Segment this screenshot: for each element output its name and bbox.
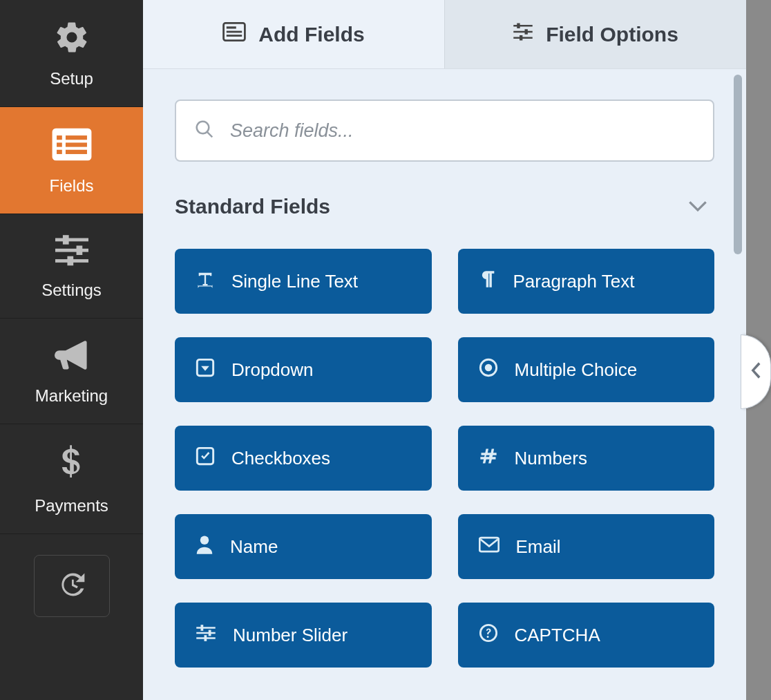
question-circle-icon xyxy=(479,623,498,647)
tab-field-options[interactable]: Field Options xyxy=(445,0,746,68)
svg-rect-7 xyxy=(55,238,88,242)
tabs: Add Fields Field Options xyxy=(143,0,746,69)
sidebar-item-setup[interactable]: Setup xyxy=(0,0,143,107)
hash-icon xyxy=(479,446,498,471)
svg-rect-16 xyxy=(227,35,242,37)
field-label: CAPTCHA xyxy=(515,625,600,646)
scrollbar[interactable] xyxy=(734,75,742,254)
svg-rect-5 xyxy=(57,150,62,154)
field-label: Dropdown xyxy=(231,359,314,381)
svg-rect-9 xyxy=(55,249,88,252)
svg-rect-12 xyxy=(67,256,73,266)
field-label: Paragraph Text xyxy=(513,271,635,292)
sliders-icon xyxy=(53,234,91,269)
svg-rect-30 xyxy=(201,625,204,631)
svg-rect-10 xyxy=(76,245,82,255)
tab-label: Add Fields xyxy=(258,23,364,46)
svg-rect-17 xyxy=(513,25,533,27)
field-multiple-choice[interactable]: Multiple Choice xyxy=(458,337,715,402)
user-icon xyxy=(196,534,213,560)
text-icon xyxy=(196,269,215,294)
field-paragraph-text[interactable]: Paragraph Text xyxy=(458,249,715,314)
chevron-left-icon xyxy=(750,361,761,382)
svg-rect-19 xyxy=(513,31,533,33)
fields-section-title: Standard Fields xyxy=(175,195,330,218)
svg-rect-8 xyxy=(62,235,68,245)
history-icon xyxy=(57,569,87,603)
revisions-button[interactable] xyxy=(34,555,110,617)
content: Standard Fields Single Line Text Para xyxy=(143,69,746,700)
field-single-line-text[interactable]: Single Line Text xyxy=(175,249,432,314)
check-square-icon xyxy=(196,446,215,471)
field-dropdown[interactable]: Dropdown xyxy=(175,337,432,402)
dollar-icon xyxy=(59,444,84,485)
envelope-icon xyxy=(479,536,499,558)
svg-rect-32 xyxy=(209,630,211,636)
sidebar-item-settings[interactable]: Settings xyxy=(0,214,143,319)
sidebar-item-marketing[interactable]: Marketing xyxy=(0,319,143,424)
chevron-down-icon xyxy=(688,198,707,215)
sidebar-item-payments[interactable]: Payments xyxy=(0,424,143,534)
dropdown-icon xyxy=(196,358,215,382)
app-shell: Setup Fields Settings Marketing Payments xyxy=(0,0,746,700)
field-numbers[interactable]: Numbers xyxy=(458,426,715,491)
tab-label: Field Options xyxy=(546,23,678,46)
field-label: Name xyxy=(230,536,278,558)
sidebar-item-label: Settings xyxy=(41,281,102,300)
sidebar-item-label: Marketing xyxy=(35,386,108,406)
field-label: Checkboxes xyxy=(231,448,330,469)
sidebar-item-label: Payments xyxy=(35,496,108,515)
field-name[interactable]: Name xyxy=(175,514,432,579)
svg-rect-15 xyxy=(227,31,242,33)
slider-icon xyxy=(196,624,216,647)
search-icon xyxy=(194,119,215,142)
svg-rect-21 xyxy=(513,37,533,39)
svg-rect-3 xyxy=(57,142,62,146)
bullhorn-icon xyxy=(53,338,91,375)
search-input[interactable] xyxy=(175,100,714,162)
svg-rect-34 xyxy=(204,635,207,641)
svg-rect-14 xyxy=(227,26,236,28)
paragraph-icon xyxy=(479,269,497,294)
tab-add-fields[interactable]: Add Fields xyxy=(143,0,445,68)
sidebar-item-label: Fields xyxy=(49,176,93,196)
gear-icon xyxy=(54,19,90,58)
search-wrap xyxy=(175,100,714,162)
form-icon xyxy=(222,22,246,46)
main-panel: Add Fields Field Options Standard Fields xyxy=(143,0,746,700)
field-label: Single Line Text xyxy=(231,271,358,292)
svg-rect-18 xyxy=(517,23,520,29)
field-grid: Single Line Text Paragraph Text Dropdown xyxy=(175,249,714,668)
sidebar-item-fields[interactable]: Fields xyxy=(0,107,143,214)
svg-point-27 xyxy=(200,536,209,545)
field-label: Multiple Choice xyxy=(515,359,638,381)
field-label: Email xyxy=(516,536,561,558)
svg-rect-31 xyxy=(196,632,216,634)
equalizer-icon xyxy=(513,22,533,46)
sidebar: Setup Fields Settings Marketing Payments xyxy=(0,0,143,700)
svg-rect-4 xyxy=(65,142,86,146)
field-number-slider[interactable]: Number Slider xyxy=(175,603,432,668)
fields-section-header[interactable]: Standard Fields xyxy=(175,195,714,218)
field-label: Numbers xyxy=(515,448,587,469)
sidebar-item-label: Setup xyxy=(50,69,93,88)
svg-rect-22 xyxy=(520,35,522,41)
field-label: Number Slider xyxy=(233,625,348,646)
radio-icon xyxy=(479,358,498,382)
svg-rect-1 xyxy=(57,135,62,140)
field-email[interactable]: Email xyxy=(458,514,715,579)
field-checkboxes[interactable]: Checkboxes xyxy=(175,426,432,491)
svg-rect-2 xyxy=(65,135,86,140)
field-captcha[interactable]: CAPTCHA xyxy=(458,603,715,668)
svg-rect-20 xyxy=(525,29,528,35)
list-icon xyxy=(50,126,93,165)
svg-rect-6 xyxy=(65,150,86,154)
svg-point-25 xyxy=(484,363,492,371)
svg-rect-29 xyxy=(196,627,216,629)
svg-rect-28 xyxy=(479,538,499,551)
